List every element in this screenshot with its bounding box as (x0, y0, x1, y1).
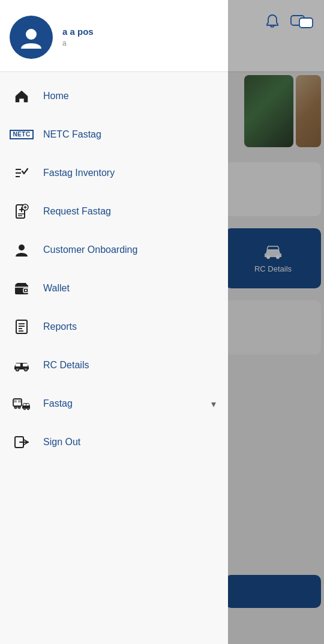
svg-rect-39 (26, 404, 29, 406)
nav-label-request-fastag: Request Fastag (43, 206, 216, 217)
chevron-down-icon: ▾ (211, 398, 216, 410)
svg-point-32 (25, 369, 26, 370)
nav-item-customer-onboarding[interactable]: Customer Onboarding (0, 231, 228, 269)
svg-rect-38 (23, 404, 26, 406)
svg-point-18 (19, 245, 25, 251)
list-check-icon (12, 163, 31, 183)
person-icon (12, 240, 31, 260)
svg-rect-35 (18, 400, 21, 402)
nav-item-home[interactable]: Home (0, 77, 228, 115)
bell-icon-wrap[interactable] (262, 11, 283, 32)
svg-rect-28 (23, 363, 28, 366)
svg-rect-34 (14, 400, 17, 402)
drawer-header: a a pos a (0, 0, 228, 72)
nav-item-fastag-inventory[interactable]: Fastag Inventory (0, 154, 228, 192)
svg-point-37 (18, 406, 20, 409)
home-icon (12, 87, 31, 106)
navigation-drawer: a a pos a Home NETC NETC Fastag (0, 0, 228, 644)
doc-plus-icon (12, 202, 31, 221)
nav-label-netc-fastag: NETC Fastag (43, 129, 216, 140)
svg-point-40 (23, 407, 26, 410)
svg-point-31 (17, 369, 18, 370)
user-sub: a (62, 39, 94, 47)
svg-rect-27 (16, 363, 20, 366)
nav-label-wallet: Wallet (43, 283, 216, 294)
nav-label-fastag-inventory: Fastag Inventory (43, 168, 216, 178)
chat-icon-wrap[interactable] (289, 11, 317, 32)
nav-item-rc-details[interactable]: RC Details (0, 346, 228, 384)
svg-rect-1 (299, 18, 313, 28)
nav-label-customer-onboarding: Customer Onboarding (43, 245, 216, 255)
avatar (10, 16, 53, 59)
car-icon (12, 356, 31, 375)
svg-point-36 (14, 406, 17, 409)
bus-car-icon (12, 394, 31, 413)
nav-item-request-fastag[interactable]: Request Fastag (0, 192, 228, 231)
nav-label-rc-details: RC Details (43, 360, 216, 371)
netc-icon: NETC (12, 125, 31, 144)
nav-item-fastag[interactable]: Fastag ▾ (0, 384, 228, 423)
nav-menu: Home NETC NETC Fastag Fastag Inventory (0, 72, 228, 644)
nav-label-reports: Reports (43, 321, 216, 332)
sign-out-icon (12, 433, 31, 452)
svg-point-41 (27, 407, 29, 410)
nav-item-wallet[interactable]: Wallet (0, 269, 228, 308)
nav-item-sign-out[interactable]: Sign Out (0, 423, 228, 461)
bell-icon (264, 13, 281, 30)
user-info: a a pos a (62, 26, 94, 47)
wallet-icon (12, 279, 31, 298)
nav-label-sign-out: Sign Out (43, 437, 216, 448)
reports-icon (12, 317, 31, 336)
nav-label-fastag: Fastag (43, 398, 199, 409)
nav-label-home: Home (43, 91, 216, 102)
user-name: a a pos (62, 26, 94, 37)
svg-point-6 (26, 29, 37, 40)
svg-point-21 (25, 290, 27, 291)
top-icons (262, 11, 317, 32)
avatar-icon (19, 25, 44, 50)
nav-item-netc-fastag[interactable]: NETC NETC Fastag (0, 115, 228, 154)
nav-item-reports[interactable]: Reports (0, 308, 228, 346)
chat-icon (290, 13, 316, 30)
